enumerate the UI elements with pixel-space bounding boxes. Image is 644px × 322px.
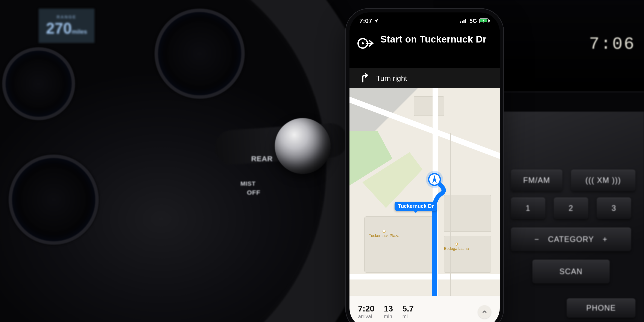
svg-rect-3 [465, 19, 466, 23]
location-services-icon [374, 18, 379, 23]
svg-rect-5 [489, 20, 490, 22]
nav-instruction: Start on Tuckernuck Dr [380, 34, 486, 45]
fm-am-button[interactable]: FM/AM [511, 170, 562, 191]
network-type: 5G [470, 18, 477, 24]
wiper-stalk-knob [275, 118, 330, 174]
eta-arrival: 7:20 arrival [358, 304, 374, 319]
phone-device: 7:07 5G [345, 8, 504, 322]
cellular-signal-icon [460, 18, 467, 23]
radio-panel: FM/AM ((( XM ))) 1 2 3 − CATEGORY + SCAN… [481, 112, 644, 322]
wiper-off-label: OFF [247, 189, 260, 196]
chevron-up-icon [482, 309, 487, 315]
wiper-mist-label: MIST [240, 180, 256, 187]
preset-1-button[interactable]: 1 [511, 198, 545, 219]
current-location-marker [428, 173, 441, 186]
preset-3-button[interactable]: 3 [597, 198, 631, 219]
range-unit: miles [72, 28, 87, 35]
scan-button[interactable]: SCAN [532, 260, 610, 283]
gauge [154, 8, 245, 99]
turn-right-icon [360, 73, 370, 84]
phone-button[interactable]: PHONE [567, 298, 636, 318]
preset-2-button[interactable]: 2 [554, 198, 588, 219]
range-label: RANGE [57, 14, 76, 20]
gauge [2, 47, 75, 120]
svg-rect-17 [414, 96, 444, 116]
svg-rect-16 [444, 236, 491, 272]
gauge [8, 154, 99, 245]
car-clock: 7:06 [589, 34, 636, 54]
svg-rect-15 [444, 195, 491, 232]
nav-header: Start on Tuckernuck Dr [350, 29, 500, 58]
range-display: RANGE 270miles [39, 8, 94, 43]
svg-rect-0 [460, 22, 461, 23]
svg-point-8 [362, 42, 364, 44]
route-street-label: Tuckernuck Dr [394, 202, 437, 211]
svg-rect-14 [364, 216, 435, 272]
poi-icon [455, 242, 458, 246]
nav-next-step: Turn right [350, 68, 500, 88]
category-button[interactable]: − CATEGORY + [511, 228, 631, 251]
svg-rect-1 [462, 20, 463, 23]
xm-button[interactable]: ((( XM ))) [571, 170, 636, 191]
poi-bodega-latina[interactable]: Bodega Latina [444, 242, 469, 251]
eta-bar[interactable]: 7:20 arrival 13 min 5.7 mi [350, 296, 500, 322]
map-view[interactable]: Tuckernuck Dr Tuckernuck Plaza Bodega La… [350, 88, 500, 296]
phone-screen: 7:07 5G [350, 12, 500, 322]
eta-distance: 5.7 mi [402, 304, 414, 319]
start-maneuver-icon [356, 34, 375, 53]
status-time: 7:07 [359, 17, 372, 24]
nav-next-step-text: Turn right [376, 74, 407, 82]
notch [392, 12, 457, 24]
expand-eta-button[interactable] [478, 305, 491, 318]
battery-charging-icon [479, 18, 490, 24]
wiper-rear-label: REAR [251, 154, 273, 163]
svg-rect-2 [464, 20, 464, 23]
eta-duration: 13 min [384, 304, 393, 319]
poi-icon [382, 230, 386, 233]
poi-tuckernuck-plaza[interactable]: Tuckernuck Plaza [369, 230, 399, 238]
range-value: 270 [46, 20, 72, 37]
